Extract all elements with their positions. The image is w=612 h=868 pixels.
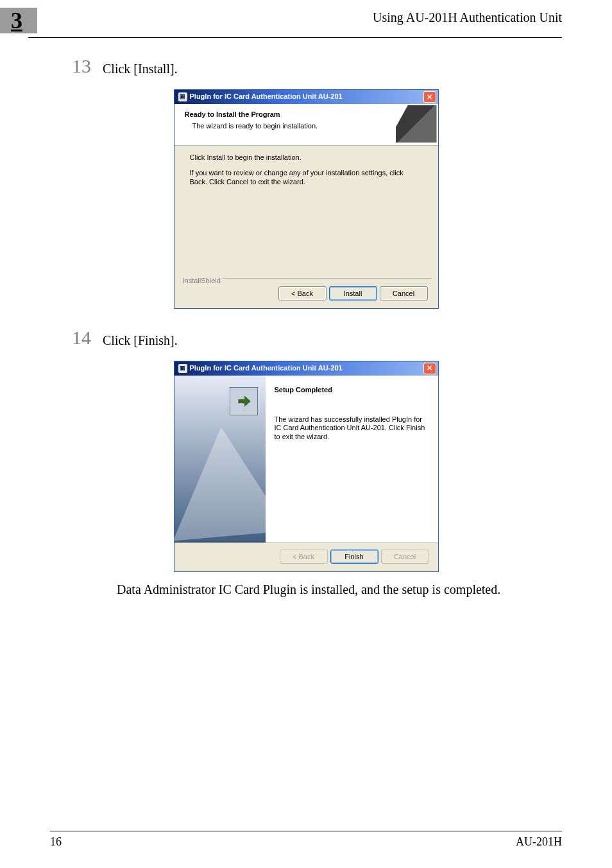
dialog-body: Click Install to begin the installation.… bbox=[174, 146, 438, 273]
page-number: 16 bbox=[50, 835, 62, 849]
back-button: < Back bbox=[280, 550, 328, 564]
dialog-content: Setup Completed The wizard has successfu… bbox=[266, 376, 438, 542]
installshield-label: InstallShield bbox=[181, 277, 223, 284]
dialog-title: PlugIn for IC Card Authentication Unit A… bbox=[190, 364, 423, 373]
app-icon: ▣ bbox=[178, 364, 187, 373]
dialog-footer: < Back Finish Cancel bbox=[174, 543, 438, 571]
dialog-body: Setup Completed The wizard has successfu… bbox=[174, 376, 438, 543]
finish-button[interactable]: Finish bbox=[330, 550, 378, 564]
decorative-triangle bbox=[163, 422, 287, 541]
dialog-side-panel bbox=[174, 376, 266, 542]
step-number-13: 13 bbox=[68, 56, 91, 76]
install-dialog: ▣ PlugIn for IC Card Authentication Unit… bbox=[174, 89, 439, 309]
close-button[interactable]: ✕ bbox=[423, 363, 436, 374]
close-button[interactable]: ✕ bbox=[423, 91, 436, 103]
setup-completed-message: The wizard has successfully installed Pl… bbox=[275, 415, 428, 442]
header-divider bbox=[28, 37, 562, 38]
app-icon: ▣ bbox=[178, 92, 187, 101]
dialog-titlebar: ▣ PlugIn for IC Card Authentication Unit… bbox=[174, 90, 438, 104]
step-14: 14 Click [Finish]. bbox=[68, 328, 562, 348]
cancel-button: Cancel bbox=[381, 550, 429, 564]
dialog-body-line1: Click Install to begin the installation. bbox=[190, 153, 423, 162]
dialog-header-title: Ready to Install the Program bbox=[185, 110, 429, 119]
footer-model: AU-201H bbox=[516, 835, 562, 849]
dialog-title: PlugIn for IC Card Authentication Unit A… bbox=[190, 92, 423, 101]
back-button[interactable]: < Back bbox=[278, 286, 327, 300]
chapter-number: 3 bbox=[0, 8, 37, 33]
finish-dialog: ▣ PlugIn for IC Card Authentication Unit… bbox=[174, 361, 439, 572]
page-header-title: Using AU-201H Authentication Unit bbox=[373, 10, 562, 25]
dialog-body-line2: If you want to review or change any of y… bbox=[190, 169, 423, 187]
setup-completed-title: Setup Completed bbox=[275, 386, 428, 395]
computer-icon bbox=[230, 387, 258, 415]
dialog-header-subtitle: The wizard is ready to begin installatio… bbox=[192, 122, 429, 131]
closing-paragraph: Data Administrator IC Card Plugin is ins… bbox=[117, 582, 562, 597]
cancel-button[interactable]: Cancel bbox=[380, 286, 428, 300]
dialog-header: Ready to Install the Program The wizard … bbox=[174, 104, 438, 146]
dialog-titlebar: ▣ PlugIn for IC Card Authentication Unit… bbox=[174, 361, 438, 376]
step-text-13: Click [Install]. bbox=[103, 56, 178, 76]
step-number-14: 14 bbox=[68, 328, 91, 347]
page-footer: 16 AU-201H bbox=[50, 831, 562, 849]
step-13: 13 Click [Install]. bbox=[68, 56, 562, 76]
install-button[interactable]: Install bbox=[329, 286, 377, 300]
step-text-14: Click [Finish]. bbox=[103, 328, 178, 348]
